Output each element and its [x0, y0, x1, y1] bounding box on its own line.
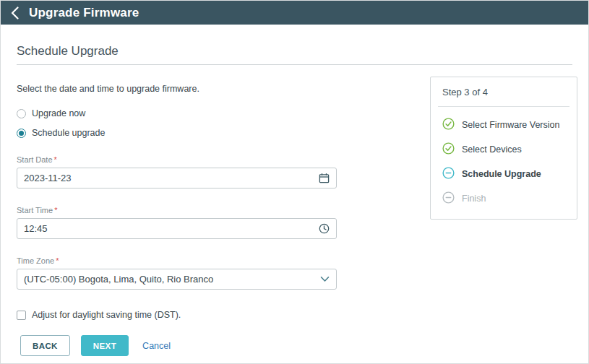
step-item-select-firmware-version: Select Firmware Version [442, 118, 565, 132]
time-zone-field: Time Zone* (UTC-05:00) Bogota, Lima, Qui… [17, 256, 337, 290]
section-title: Schedule Upgrade [17, 44, 572, 58]
start-date-value: 2023-11-23 [24, 173, 72, 183]
radio-upgrade-now-circle[interactable] [17, 109, 26, 118]
step-label: Select Devices [462, 143, 522, 155]
required-asterisk: * [54, 206, 57, 214]
radio-schedule-upgrade-label: Schedule upgrade [32, 128, 105, 138]
page-title: Upgrade Firmware [29, 6, 139, 20]
time-zone-label: Time Zone* [17, 256, 337, 265]
time-zone-value: (UTC-05:00) Bogota, Lima, Quito, Rio Bra… [24, 274, 213, 285]
radio-schedule-upgrade-circle[interactable] [17, 129, 26, 138]
pending-step-dash-circle-icon [442, 191, 455, 206]
start-time-label: Start Time* [17, 206, 337, 214]
start-date-label-text: Start Date [17, 155, 53, 164]
check-circle-icon [442, 142, 455, 157]
step-progress-card: Step 3 of 4 Select Firmware Version Sele… [430, 77, 577, 220]
required-asterisk: * [56, 256, 59, 265]
cancel-link[interactable]: Cancel [142, 341, 171, 351]
time-zone-label-text: Time Zone [17, 256, 54, 265]
check-circle-icon [442, 118, 455, 132]
clock-icon[interactable] [319, 223, 330, 234]
footer-actions: BACK NEXT Cancel [20, 335, 171, 356]
step-label: Finish [462, 192, 486, 204]
dst-checkbox-row[interactable]: Adjust for daylight saving time (DST). [17, 310, 337, 320]
current-step-dash-circle-icon [442, 167, 455, 181]
step-list: Select Firmware Version Select Devices S… [431, 107, 577, 206]
calendar-icon[interactable] [319, 173, 330, 183]
step-card-title: Step 3 of 4 [431, 77, 577, 106]
start-time-value: 12:45 [24, 223, 48, 234]
start-date-label: Start Date* [17, 155, 337, 164]
app-header: Upgrade Firmware [1, 1, 588, 25]
dst-checkbox-label: Adjust for daylight saving time (DST). [32, 310, 181, 320]
step-item-schedule-upgrade: Schedule Upgrade [442, 168, 565, 181]
chevron-down-icon[interactable] [320, 276, 330, 282]
start-date-field: Start Date* 2023-11-23 [17, 155, 337, 188]
dst-checkbox[interactable] [17, 311, 26, 320]
radio-upgrade-now-label: Upgrade now [32, 108, 85, 118]
radio-schedule-upgrade[interactable]: Schedule upgrade [17, 128, 337, 138]
next-button[interactable]: NEXT [81, 335, 129, 356]
step-label: Select Firmware Version [462, 118, 559, 131]
back-button[interactable]: BACK [20, 335, 70, 356]
back-chevron-icon[interactable] [11, 6, 19, 20]
required-asterisk: * [54, 155, 57, 164]
time-zone-select[interactable]: (UTC-05:00) Bogota, Lima, Quito, Rio Bra… [17, 269, 337, 290]
start-date-input[interactable]: 2023-11-23 [17, 168, 337, 188]
step-item-select-devices: Select Devices [442, 143, 565, 157]
radio-upgrade-now[interactable]: Upgrade now [17, 108, 337, 118]
start-time-input[interactable]: 12:45 [17, 218, 337, 239]
form-description: Select the date and time to upgrade firm… [17, 84, 337, 94]
step-item-finish: Finish [442, 192, 565, 206]
start-time-label-text: Start Time [17, 206, 53, 214]
step-label: Schedule Upgrade [462, 168, 541, 180]
start-time-field: Start Time* 12:45 [17, 206, 337, 239]
section-divider [17, 64, 572, 65]
